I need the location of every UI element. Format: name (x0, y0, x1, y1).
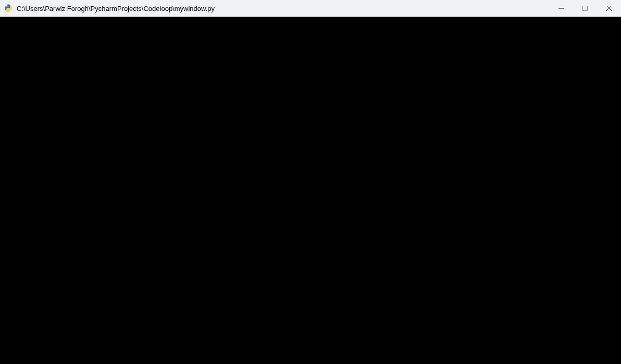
window-controls (549, 0, 621, 17)
svg-rect-3 (583, 6, 588, 10)
minimize-icon (558, 5, 564, 12)
client-area (0, 17, 621, 364)
close-icon (606, 5, 612, 12)
svg-point-0 (7, 5, 7, 6)
window-title: C:\Users\Parwiz Forogh\PycharmProjects\C… (17, 5, 215, 12)
titlebar[interactable]: C:\Users\Parwiz Forogh\PycharmProjects\C… (0, 0, 621, 17)
application-window: C:\Users\Parwiz Forogh\PycharmProjects\C… (0, 0, 621, 364)
maximize-icon (582, 5, 588, 12)
minimize-button[interactable] (549, 0, 573, 17)
close-button[interactable] (597, 0, 621, 17)
titlebar-left: C:\Users\Parwiz Forogh\PycharmProjects\C… (4, 4, 215, 12)
svg-point-1 (9, 11, 10, 11)
maximize-button[interactable] (573, 0, 597, 17)
python-icon (4, 4, 13, 12)
